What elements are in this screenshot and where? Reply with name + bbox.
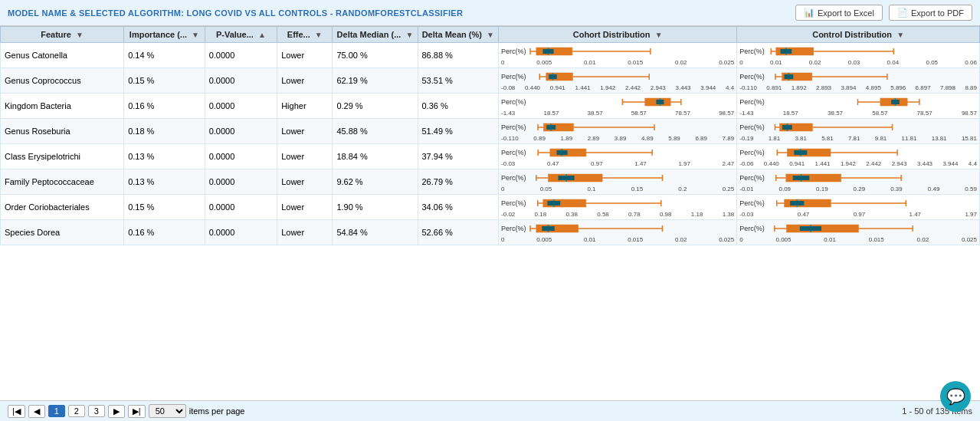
cohort-perc-label: Perc(%) — [501, 73, 526, 81]
control-perc-label: Perc(%) — [739, 225, 765, 232]
table-row: Class Erysipelotrichi 0.13 % 0.0000 Lowe… — [1, 144, 980, 169]
axis-label: 0.02 — [917, 236, 929, 243]
axis-label: 3.81 — [795, 135, 807, 142]
cell-delta-mean: 37.94 % — [418, 144, 499, 169]
col-header-effe[interactable]: Effe... ▼ — [277, 27, 333, 43]
cell-importance: 0.15 % — [124, 68, 205, 94]
feature-filter-icon[interactable]: ▼ — [76, 31, 84, 39]
table-header-row: Feature ▼ Importance (... ▼ P-Value... ▲… — [1, 27, 980, 43]
col-header-cohort[interactable]: Cohort Distribution ▼ — [499, 27, 737, 43]
cohort-filter-icon[interactable]: ▼ — [655, 31, 663, 39]
axis-label: 0 — [501, 186, 504, 192]
page-1-button[interactable]: 1 — [48, 405, 65, 417]
cell-effe: Lower — [277, 169, 333, 195]
axis-label: 8.89 — [965, 84, 977, 91]
axis-label: 5.896 — [890, 84, 906, 91]
cell-feature: Genus Roseburia — [1, 119, 124, 144]
importance-filter-icon[interactable]: ▼ — [192, 31, 199, 39]
export-excel-button[interactable]: 📊 Export to Excel — [795, 5, 883, 21]
effe-filter-icon[interactable]: ▼ — [315, 31, 323, 39]
cell-effe: Lower — [277, 68, 333, 94]
axis-label: 0.06 — [965, 59, 977, 66]
axis-label: 2.442 — [866, 160, 881, 167]
axis-label: -0.110 — [739, 84, 757, 91]
cell-pvalue: 0.0000 — [205, 94, 277, 119]
axis-label: 1.89 — [561, 135, 573, 142]
axis-label: 0 — [739, 59, 742, 66]
col-header-pvalue[interactable]: P-Value... ▲ — [205, 27, 277, 43]
axis-label: 0 — [501, 236, 504, 243]
col-header-control[interactable]: Control Distribution ▼ — [737, 27, 980, 43]
page-2-button[interactable]: 2 — [68, 405, 85, 417]
svg-rect-76 — [558, 176, 574, 180]
pvalue-filter-icon[interactable]: ▲ — [258, 31, 266, 39]
col-header-delta-med[interactable]: Delta Median (... ▼ — [333, 27, 418, 43]
cell-cohort-chart: Perc(%) -0.020.180.380.580.780.981.181.3… — [499, 195, 737, 220]
axis-label: 4.4 — [726, 84, 734, 91]
axis-label: 0.59 — [965, 186, 977, 192]
svg-rect-109 — [786, 225, 858, 232]
axis-label: -1.43 — [739, 110, 753, 117]
page-next-button[interactable]: ▶ — [108, 405, 125, 418]
axis-label: 1.18 — [691, 211, 703, 218]
cell-control-chart: Perc(%) -0.191.813.815.817.819.8111.8113… — [737, 119, 980, 144]
cell-feature: Species Dorea — [1, 220, 124, 245]
per-page-select[interactable]: 50 25 100 — [149, 404, 186, 418]
delta-med-filter-icon[interactable]: ▼ — [405, 31, 413, 39]
cell-delta-med: 18.84 % — [333, 144, 418, 169]
svg-rect-20 — [549, 74, 556, 79]
page-3-button[interactable]: 3 — [88, 405, 105, 417]
svg-rect-74 — [548, 174, 602, 182]
axis-label: 4.895 — [866, 84, 881, 91]
col-header-feature[interactable]: Feature ▼ — [1, 27, 124, 43]
col-header-importance[interactable]: Importance (... ▼ — [124, 27, 205, 43]
page-last-button[interactable]: ▶| — [128, 405, 146, 418]
page-first-button[interactable]: |◀ — [8, 405, 25, 418]
axis-label: 1.942 — [841, 160, 856, 167]
axis-label: 0.98 — [660, 211, 672, 218]
axis-label: 38.57 — [588, 110, 603, 117]
axis-label: 98.57 — [962, 110, 977, 117]
export-pdf-button[interactable]: 📄 Export to PDF — [889, 5, 972, 21]
axis-label: 2.47 — [723, 160, 735, 167]
svg-rect-34 — [656, 100, 664, 104]
cohort-perc-label: Perc(%) — [501, 149, 526, 156]
cohort-perc-label: Perc(%) — [501, 199, 526, 207]
axis-label: 2.442 — [625, 84, 641, 91]
cell-importance: 0.15 % — [124, 195, 205, 220]
axis-label: 3.894 — [841, 84, 856, 91]
cell-effe: Lower — [277, 43, 333, 68]
axis-label: 0.01 — [584, 236, 596, 243]
control-perc-label: Perc(%) — [739, 73, 765, 81]
axis-label: 3.89 — [615, 135, 627, 142]
cell-importance: 0.16 % — [124, 94, 205, 119]
axis-label: 0.02 — [675, 59, 687, 66]
control-filter-icon[interactable]: ▼ — [896, 31, 904, 39]
chat-button[interactable]: 💬 — [940, 381, 971, 412]
axis-label: 0.005 — [536, 59, 552, 66]
control-perc-label: Perc(%) — [739, 98, 765, 106]
svg-rect-104 — [542, 226, 554, 231]
cell-cohort-chart: Perc(%) -0.030.470.971.471.972.47 — [499, 144, 737, 169]
cell-delta-med: 62.19 % — [333, 68, 418, 94]
axis-label: 0.58 — [597, 211, 609, 218]
axis-label: 0.1 — [587, 186, 595, 192]
cell-effe: Lower — [277, 144, 333, 169]
axis-label: 0.05 — [926, 59, 938, 66]
cell-importance: 0.13 % — [124, 169, 205, 195]
cell-feature: Kingdom Bacteria — [1, 94, 124, 119]
export-buttons: 📊 Export to Excel 📄 Export to PDF — [795, 5, 972, 21]
delta-mean-filter-icon[interactable]: ▼ — [487, 31, 494, 39]
axis-label: 0.39 — [890, 186, 903, 192]
page-prev-button[interactable]: ◀ — [28, 405, 45, 418]
cell-delta-med: 1.90 % — [333, 195, 418, 220]
axis-label: -0.03 — [501, 160, 515, 167]
cell-control-chart: Perc(%) 00.010.020.030.040.050.06 — [737, 43, 980, 68]
axis-label: 1.47 — [634, 160, 647, 167]
col-header-delta-mean[interactable]: Delta Mean (%) ▼ — [418, 27, 499, 43]
axis-label: 0.47 — [798, 211, 810, 218]
cell-delta-mean: 53.51 % — [418, 68, 499, 94]
cell-cohort-chart: Perc(%) 00.050.10.150.20.25 — [499, 169, 737, 195]
cell-control-chart: Perc(%) -1.4318.5738.5758.5778.5798.57 — [737, 94, 980, 119]
cell-delta-med: 75.00 % — [333, 43, 418, 68]
